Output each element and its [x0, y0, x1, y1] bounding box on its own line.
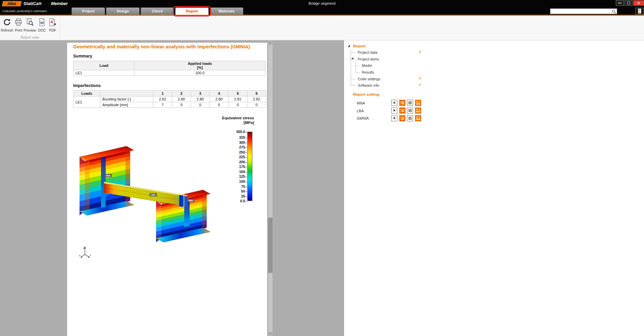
tab-project[interactable]: Project — [71, 7, 105, 15]
imperf-value: 2.80 — [210, 96, 229, 102]
legend-tick: 175 — [220, 165, 245, 169]
legend-tick: 75 — [220, 184, 245, 188]
close-button[interactable]: ✕ — [633, 0, 644, 6]
check-icon[interactable]: ✓ — [418, 50, 422, 54]
minimize-button[interactable] — [616, 0, 624, 6]
legend-tick: 100 — [220, 179, 245, 183]
account-button[interactable] — [635, 8, 644, 14]
tree-item-project-data[interactable]: Project data — [358, 50, 378, 54]
legend-tick: 200 — [220, 160, 245, 164]
legend-tick: 225 — [220, 155, 245, 159]
gmnia-table-button[interactable] — [407, 115, 413, 121]
legend-tick: 50 — [220, 189, 245, 193]
scrollbar-thumb[interactable] — [268, 218, 273, 273]
gmnia-summary-list-button[interactable] — [399, 115, 405, 121]
svg-text:RM3: RM3 — [189, 200, 193, 202]
imperf-value: 2.80 — [172, 96, 191, 102]
report-scrollbar[interactable] — [268, 41, 273, 336]
scroll-down-icon: ▼ — [269, 333, 271, 335]
list-icon — [408, 109, 412, 113]
imperf-value: 2.81 — [229, 96, 247, 102]
tree-connector — [355, 72, 359, 73]
member-label: RM3 — [187, 199, 194, 202]
preview-button[interactable]: Preview — [23, 17, 36, 33]
scrollbar-down-button[interactable]: ▼ — [268, 332, 273, 336]
accent-divider — [0, 15, 644, 16]
print-button[interactable]: Print — [14, 17, 23, 33]
list-icon — [408, 101, 412, 105]
imperf-mode-header: 6 — [247, 91, 266, 96]
tree-connector — [355, 61, 356, 72]
detail-list-icon — [400, 109, 404, 113]
doc-icon: W — [38, 18, 46, 27]
model-3d-view: RM2 AM1 RM3 z x y — [70, 114, 228, 262]
tree-connector — [351, 85, 355, 86]
tree-root-report[interactable]: Report — [353, 44, 365, 48]
tab-design[interactable]: Design — [106, 7, 140, 15]
summary-table: Load Applied loads [%] LE1 100.0 — [73, 61, 265, 76]
tree-item-results[interactable]: Results — [362, 70, 374, 74]
tree-item-project-items[interactable]: Project items — [358, 57, 379, 61]
mna-picture-button[interactable] — [415, 100, 421, 106]
imperf-mode-header: 4 — [210, 91, 229, 96]
export-pdf-button[interactable]: A PDF — [48, 17, 58, 33]
tab-report[interactable]: Report — [175, 7, 209, 15]
svg-text:y: y — [79, 254, 81, 257]
svg-text:A: A — [51, 20, 53, 24]
svg-text:z: z — [83, 247, 84, 249]
tree-item-code-settings[interactable]: Code settings — [358, 77, 380, 81]
tree-expander-report[interactable] — [348, 45, 350, 47]
legend-unit: [MPa] — [201, 121, 254, 125]
refresh-button[interactable]: Refresh — [1, 17, 13, 33]
svg-text:W: W — [40, 21, 44, 25]
check-icon[interactable]: ✓ — [418, 76, 422, 80]
mna-none-button[interactable]: ✕ — [391, 100, 397, 106]
refresh-icon — [3, 18, 11, 27]
mna-table-button[interactable] — [407, 100, 413, 106]
preview-icon — [26, 18, 34, 27]
tab-materials[interactable]: Materials — [210, 7, 243, 15]
tab-check[interactable]: Check — [141, 7, 174, 15]
search-input[interactable] — [551, 9, 611, 14]
legend-tick: 355.0 — [220, 130, 245, 134]
imperf-value: 0 — [247, 102, 266, 108]
summary-col-applied: Applied loads [%] — [135, 61, 265, 70]
lba-summary-list-button[interactable] — [399, 108, 405, 114]
report-setting-title: Report setting — [353, 92, 379, 96]
search-icon[interactable] — [612, 9, 616, 15]
detail-list-icon — [400, 101, 404, 105]
check-icon[interactable]: ✓ — [418, 83, 422, 87]
legend-tick: 0.0 — [220, 199, 245, 203]
legend-tick: 25 — [220, 194, 245, 198]
tree-item-software-info[interactable]: Software info — [358, 83, 379, 87]
lba-none-button[interactable]: ✕ — [391, 108, 397, 114]
legend-tick: 250 — [220, 150, 245, 154]
tree-connector — [351, 79, 355, 79]
ribbon-group-label: Report view — [0, 35, 60, 39]
close-icon: ✕ — [393, 109, 396, 112]
setting-row-label-gmnia: GMNIA — [357, 116, 369, 120]
lba-table-button[interactable] — [407, 108, 413, 114]
scrollbar-up-button[interactable]: ▲ — [268, 41, 273, 45]
mna-summary-list-button[interactable] — [399, 100, 405, 106]
tree-expander-project-items[interactable] — [351, 57, 353, 59]
account-icon — [637, 8, 642, 14]
imperfections-section-title: Imperfections — [73, 83, 101, 88]
close-icon: ✕ — [393, 101, 396, 104]
maximize-button[interactable] — [625, 0, 633, 6]
lba-picture-button[interactable] — [415, 108, 421, 114]
gmnia-picture-button[interactable] — [415, 115, 421, 121]
imperfections-table: Loads 1 2 3 4 5 6 LE1 Buckling factor [-… — [73, 90, 266, 108]
setting-row-label-mna: MNA — [357, 101, 365, 105]
setting-row-label-lba: LBA — [357, 109, 364, 113]
table-row: LE1 100.0 — [73, 70, 265, 76]
imperf-value: 0 — [172, 102, 191, 108]
gmnia-none-button[interactable]: ✕ — [391, 115, 397, 121]
close-icon: ✕ — [637, 1, 640, 5]
tree-item-model[interactable]: Model — [362, 64, 372, 68]
imperf-value: 2.82 — [247, 96, 266, 102]
export-doc-button[interactable]: W DOC — [37, 17, 47, 33]
svg-text:AM1: AM1 — [151, 194, 155, 196]
member-label: AM1 — [150, 193, 157, 196]
legend-tick: 125 — [220, 174, 245, 178]
